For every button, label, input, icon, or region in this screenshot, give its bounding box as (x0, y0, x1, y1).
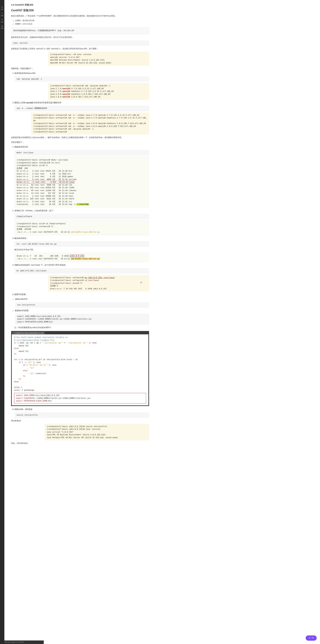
question-icon: ? (0, 12, 4, 14)
tmp-link: ../var/tmp (76, 203, 89, 205)
cmd-mkdir: mkdir /usr/java (14, 150, 149, 156)
editor-tab: ✓ root@centos7-basic /usr/java/jdk1.8.0_… (12, 332, 45, 334)
openjdk-para: 如果是自己在虚拟机上安装的 centos7.x 或者 centos6.x，则会默… (11, 47, 149, 50)
pencil-icon: ✎ (0, 19, 4, 21)
breadcrumb: 1-2 CentOS7 安装JDK (11, 3, 149, 6)
cmd-vim: vim /etc/profile (15, 302, 149, 308)
main-content: 1-2 CentOS7 安装JDK CentOS7 安装JDK 购买云服务器后，… (6, 0, 154, 450)
cloud-note: 如果是阿里云或者腾讯云上的centos系统，一般不会自带jdk，但是以上步骤还是… (11, 136, 149, 139)
cmd-rpm-e: rpm -e --nodeps 需要删除的软件 (14, 106, 149, 111)
cmd-source: source /etc/profile (14, 412, 149, 418)
install-steps: 新建jdk安装目录 mkdir /usr/java [root@centos7-… (14, 145, 149, 296)
cmd-tar: tar -zxvf jdk-8u191-linux-x64.tar.gz (14, 241, 149, 247)
cmd-java-version: java -version (11, 40, 149, 46)
jdk-dir-highlight: jdk1.8.0_191 (70, 255, 84, 257)
cmd-exports: export JAVA_HOME=/usr/java/jdk1.8.0_191 … (15, 314, 149, 325)
success-para: 至此，JDK安装成功。 (11, 442, 149, 445)
sub-export-vars: 配置jdk环境变量 export JAVA_HOME=/usr/java/jdk… (15, 309, 149, 324)
side-docs[interactable]: 🗎资料 (0, 24, 4, 30)
step-env: 配置环境变量： (14, 293, 149, 296)
ip-internal: 内网IP：172.17.41.6 (15, 22, 149, 26)
step-mkdir: 新建jdk安装目录 mkdir /usr/java [root@centos7-… (14, 145, 149, 208)
output-mv: [root@centos7-basic software]# mv jdk1.8… (48, 275, 149, 292)
uninstall-para: 需要卸载，卸载步骤如下： (11, 67, 149, 70)
export-highlight-frame: export JAVA_HOME=/usr/java/jdk1.8.0_191 … (14, 393, 146, 404)
jdk-tarball: jdk-8u191-linux-x64.tar.gz (71, 231, 100, 233)
step-source: 刷新profile，使其生效 source /etc/profile (14, 408, 149, 418)
output-java-version: [root@centos7-basic ~]# java -version op… (48, 52, 149, 66)
recheck-para: 再次检查jdk (11, 419, 149, 422)
mv-cmd-highlight: mv jdk1.8.0_191/ /usr/java/ (85, 276, 115, 279)
page-title: CentOS7 安装JDK (11, 9, 149, 12)
side-qa[interactable]: ?问答 (0, 12, 4, 18)
output-rpm-qa: [root@centos7-basic software]# rpm -qa|g… (48, 83, 149, 100)
output-ll-software: [root@centos7-basic usr]# cd /home/softw… (14, 220, 149, 235)
check-jdk-para: 服务器安装JDK之前，先确保有没有默认安装JDK，执行以下命令进行检查： (11, 36, 149, 39)
code-centos7: centos7.x (36, 48, 46, 50)
install-steps-cont: 刷新profile，使其生效 source /etc/profile (14, 408, 149, 418)
side-chapter[interactable]: ☰章节 (0, 5, 4, 12)
editor-body: # You could check uidgid reservation val… (12, 334, 148, 405)
ip-public: 公网IP：39.106.215.59 (15, 19, 149, 22)
highlight-java-dir: drwxr-xr-x. 2 root root 6 9月 10 21:32 ja… (17, 181, 74, 183)
code-centos6: centos6.x (50, 48, 60, 50)
cmd-rpm-qa: rpm -qa|grep openjdk -i (14, 76, 149, 82)
menu-icon: ☰ (0, 6, 4, 8)
intro-para: 购买云服务器后，厂商会提供一个公网IP和内网IP，我们需要使用SSH工具连接到云… (11, 14, 149, 18)
note-local-vm: 若在本地虚拟机中操作linux，只需要配置静态IP即可，比如：192.168.1… (11, 27, 149, 34)
sidebar: ☰章节 ?问答 ✎笔记 🗎资料 (0, 0, 4, 450)
sub-edit-profile: 修改profile文件 vim /etc/profile (15, 298, 149, 308)
arrow-icon: ↙ (140, 280, 142, 285)
note-env: 注：环境变量配置在profile文件的最末尾即可 (14, 326, 149, 329)
output-final: [root@centos7-basic jdk1.8.0_191]# sourc… (45, 424, 149, 440)
cmd-mv: mv jdk1.8.0_191/ /usr/java/ (14, 268, 149, 274)
side-notes[interactable]: ✎笔记 (0, 18, 4, 24)
step-delete-openjdk: 删除以上四项 openjdk 的安装包并且检查后显示删除完毕 rpm -e --… (14, 101, 149, 135)
output-extracted: drwxr-xr-x. 7 10 143 245 10月 6 2018 jdk1… (14, 253, 149, 262)
step-upload: 使用ftp工具（FileZilla）上传jdk到某目录，如下： /home/so… (14, 209, 149, 235)
file-icon: 🗎 (0, 25, 4, 27)
step-move: 把解压后的jdk放到 /usr/java 下，这个目录专门用于存放jdk mv … (14, 264, 149, 292)
editor-screenshot: ✓ root@centos7-basic /usr/java/jdk1.8.0_… (11, 331, 149, 406)
step-extract: 解压jdk压缩包： tar -zxvf jdk-8u191-linux-x64.… (14, 237, 149, 262)
output-mkdir: [root@centos7-basic software]# mkdir /us… (14, 157, 149, 208)
tarball-highlight: jdk-8u191-linux-x64.tar.gz (71, 258, 100, 260)
output-rpm-e: [root@centos7-basic software]# rpm -e --… (31, 112, 149, 135)
install-steps-intro: 安装步骤如下： (11, 140, 149, 144)
ip-list: 公网IP：39.106.215.59 内网IP：172.17.41.6 (15, 19, 149, 26)
path-software: /home/software (14, 214, 149, 219)
step-check-openjdk: 检查系统安装的OpenJDK rpm -qa|grep openjdk -i [… (14, 72, 149, 100)
uninstall-steps: 检查系统安装的OpenJDK rpm -qa|grep openjdk -i [… (14, 72, 149, 135)
